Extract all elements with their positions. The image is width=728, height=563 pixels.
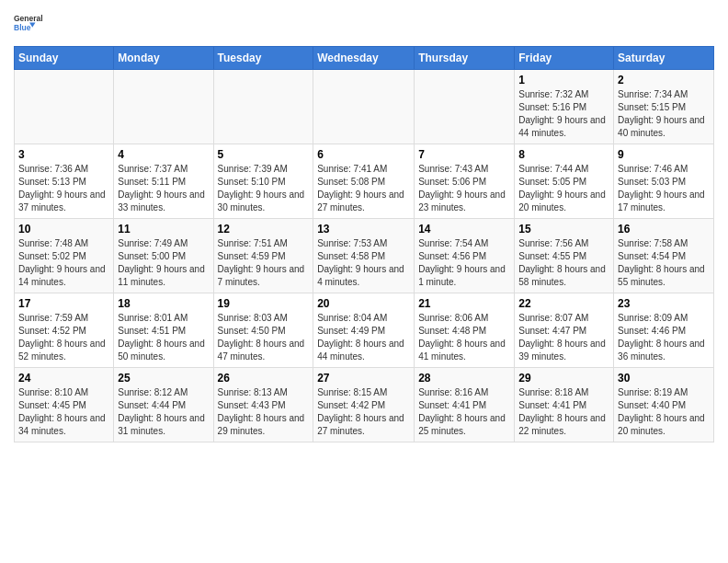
calendar-cell: 27Sunrise: 8:15 AM Sunset: 4:42 PM Dayli…	[313, 368, 415, 442]
day-number: 11	[118, 223, 209, 236]
day-info: Sunrise: 8:03 AM Sunset: 4:50 PM Dayligh…	[218, 312, 310, 363]
calendar-cell: 16Sunrise: 7:58 AM Sunset: 4:54 PM Dayli…	[614, 219, 714, 293]
calendar-cell: 1Sunrise: 7:32 AM Sunset: 5:16 PM Daylig…	[515, 70, 614, 144]
svg-text:General: General	[14, 14, 43, 23]
day-info: Sunrise: 8:16 AM Sunset: 4:41 PM Dayligh…	[418, 386, 510, 438]
day-number: 22	[518, 297, 609, 310]
day-info: Sunrise: 7:51 AM Sunset: 4:59 PM Dayligh…	[218, 237, 310, 289]
calendar-cell: 14Sunrise: 7:54 AM Sunset: 4:56 PM Dayli…	[415, 219, 515, 293]
calendar-cell	[114, 70, 213, 144]
day-info: Sunrise: 7:58 AM Sunset: 4:54 PM Dayligh…	[618, 237, 710, 289]
day-number: 6	[317, 148, 410, 161]
calendar-cell: 4Sunrise: 7:37 AM Sunset: 5:11 PM Daylig…	[114, 144, 213, 219]
day-header-wednesday: Wednesday	[313, 47, 415, 70]
day-number: 30	[618, 372, 710, 385]
day-number: 12	[218, 223, 310, 236]
calendar-cell: 9Sunrise: 7:46 AM Sunset: 5:03 PM Daylig…	[614, 144, 714, 219]
day-info: Sunrise: 7:56 AM Sunset: 4:55 PM Dayligh…	[518, 237, 609, 289]
day-info: Sunrise: 7:48 AM Sunset: 5:02 PM Dayligh…	[18, 237, 109, 289]
calendar-cell: 17Sunrise: 7:59 AM Sunset: 4:52 PM Dayli…	[15, 293, 114, 368]
calendar-cell: 13Sunrise: 7:53 AM Sunset: 4:58 PM Dayli…	[313, 219, 415, 293]
day-number: 3	[18, 148, 109, 161]
week-row-4: 17Sunrise: 7:59 AM Sunset: 4:52 PM Dayli…	[15, 293, 714, 368]
calendar-cell: 25Sunrise: 8:12 AM Sunset: 4:44 PM Dayli…	[114, 368, 213, 442]
day-info: Sunrise: 7:41 AM Sunset: 5:08 PM Dayligh…	[317, 163, 410, 214]
logo: General Blue	[14, 9, 43, 39]
day-info: Sunrise: 8:18 AM Sunset: 4:41 PM Dayligh…	[518, 386, 609, 438]
day-number: 19	[218, 297, 310, 310]
calendar-cell: 18Sunrise: 8:01 AM Sunset: 4:51 PM Dayli…	[114, 293, 213, 368]
week-row-1: 1Sunrise: 7:32 AM Sunset: 5:16 PM Daylig…	[15, 70, 714, 144]
week-row-2: 3Sunrise: 7:36 AM Sunset: 5:13 PM Daylig…	[15, 144, 714, 219]
day-info: Sunrise: 7:54 AM Sunset: 4:56 PM Dayligh…	[418, 237, 510, 289]
day-info: Sunrise: 8:13 AM Sunset: 4:43 PM Dayligh…	[218, 386, 310, 438]
calendar-cell: 6Sunrise: 7:41 AM Sunset: 5:08 PM Daylig…	[313, 144, 415, 219]
day-number: 5	[218, 148, 310, 161]
day-number: 9	[618, 148, 710, 161]
calendar-cell: 21Sunrise: 8:06 AM Sunset: 4:48 PM Dayli…	[415, 293, 515, 368]
calendar-cell	[213, 70, 313, 144]
header: General Blue	[14, 9, 714, 39]
calendar-cell: 11Sunrise: 7:49 AM Sunset: 5:00 PM Dayli…	[114, 219, 213, 293]
calendar-cell	[15, 70, 114, 144]
calendar-cell: 23Sunrise: 8:09 AM Sunset: 4:46 PM Dayli…	[614, 293, 714, 368]
day-number: 1	[518, 74, 609, 86]
day-number: 7	[418, 148, 510, 161]
day-header-tuesday: Tuesday	[213, 47, 313, 70]
svg-text:Blue: Blue	[14, 23, 31, 32]
calendar-cell: 5Sunrise: 7:39 AM Sunset: 5:10 PM Daylig…	[213, 144, 313, 219]
calendar-cell: 2Sunrise: 7:34 AM Sunset: 5:15 PM Daylig…	[614, 70, 714, 144]
page-container: General Blue SundayMondayTuesdayWednesda…	[0, 0, 728, 452]
day-header-monday: Monday	[114, 47, 213, 70]
day-number: 26	[218, 372, 310, 385]
day-info: Sunrise: 8:09 AM Sunset: 4:46 PM Dayligh…	[618, 312, 710, 363]
day-header-saturday: Saturday	[614, 47, 714, 70]
calendar-table: SundayMondayTuesdayWednesdayThursdayFrid…	[14, 46, 714, 442]
day-info: Sunrise: 8:06 AM Sunset: 4:48 PM Dayligh…	[418, 312, 510, 363]
day-number: 20	[317, 297, 410, 310]
calendar-cell	[313, 70, 415, 144]
day-info: Sunrise: 8:15 AM Sunset: 4:42 PM Dayligh…	[317, 386, 410, 438]
day-number: 24	[18, 372, 109, 385]
calendar-cell: 30Sunrise: 8:19 AM Sunset: 4:40 PM Dayli…	[614, 368, 714, 442]
day-header-sunday: Sunday	[15, 47, 114, 70]
calendar-cell: 22Sunrise: 8:07 AM Sunset: 4:47 PM Dayli…	[515, 293, 614, 368]
day-info: Sunrise: 7:34 AM Sunset: 5:15 PM Dayligh…	[618, 88, 710, 140]
calendar-cell: 19Sunrise: 8:03 AM Sunset: 4:50 PM Dayli…	[213, 293, 313, 368]
day-number: 8	[518, 148, 609, 161]
day-info: Sunrise: 7:32 AM Sunset: 5:16 PM Dayligh…	[518, 88, 609, 140]
week-row-5: 24Sunrise: 8:10 AM Sunset: 4:45 PM Dayli…	[15, 368, 714, 442]
calendar-cell: 26Sunrise: 8:13 AM Sunset: 4:43 PM Dayli…	[213, 368, 313, 442]
header-row: SundayMondayTuesdayWednesdayThursdayFrid…	[15, 47, 714, 70]
day-number: 17	[18, 297, 109, 310]
day-number: 2	[618, 74, 710, 86]
week-row-3: 10Sunrise: 7:48 AM Sunset: 5:02 PM Dayli…	[15, 219, 714, 293]
calendar-cell: 15Sunrise: 7:56 AM Sunset: 4:55 PM Dayli…	[515, 219, 614, 293]
day-info: Sunrise: 7:37 AM Sunset: 5:11 PM Dayligh…	[118, 163, 209, 214]
calendar-cell: 10Sunrise: 7:48 AM Sunset: 5:02 PM Dayli…	[15, 219, 114, 293]
day-number: 13	[317, 223, 410, 236]
day-info: Sunrise: 8:01 AM Sunset: 4:51 PM Dayligh…	[118, 312, 209, 363]
calendar-cell: 12Sunrise: 7:51 AM Sunset: 4:59 PM Dayli…	[213, 219, 313, 293]
day-info: Sunrise: 7:39 AM Sunset: 5:10 PM Dayligh…	[218, 163, 310, 214]
day-number: 29	[518, 372, 609, 385]
calendar-cell: 7Sunrise: 7:43 AM Sunset: 5:06 PM Daylig…	[415, 144, 515, 219]
day-number: 18	[118, 297, 209, 310]
day-info: Sunrise: 8:12 AM Sunset: 4:44 PM Dayligh…	[118, 386, 209, 438]
day-info: Sunrise: 7:36 AM Sunset: 5:13 PM Dayligh…	[18, 163, 109, 214]
day-header-thursday: Thursday	[415, 47, 515, 70]
calendar-cell: 3Sunrise: 7:36 AM Sunset: 5:13 PM Daylig…	[15, 144, 114, 219]
day-info: Sunrise: 7:49 AM Sunset: 5:00 PM Dayligh…	[118, 237, 209, 289]
day-number: 14	[418, 223, 510, 236]
day-number: 23	[618, 297, 710, 310]
day-number: 28	[418, 372, 510, 385]
day-number: 4	[118, 148, 209, 161]
day-number: 25	[118, 372, 209, 385]
day-info: Sunrise: 8:19 AM Sunset: 4:40 PM Dayligh…	[618, 386, 710, 438]
calendar-cell: 8Sunrise: 7:44 AM Sunset: 5:05 PM Daylig…	[515, 144, 614, 219]
day-number: 10	[18, 223, 109, 236]
day-number: 15	[518, 223, 609, 236]
calendar-cell: 20Sunrise: 8:04 AM Sunset: 4:49 PM Dayli…	[313, 293, 415, 368]
day-header-friday: Friday	[515, 47, 614, 70]
calendar-cell: 29Sunrise: 8:18 AM Sunset: 4:41 PM Dayli…	[515, 368, 614, 442]
